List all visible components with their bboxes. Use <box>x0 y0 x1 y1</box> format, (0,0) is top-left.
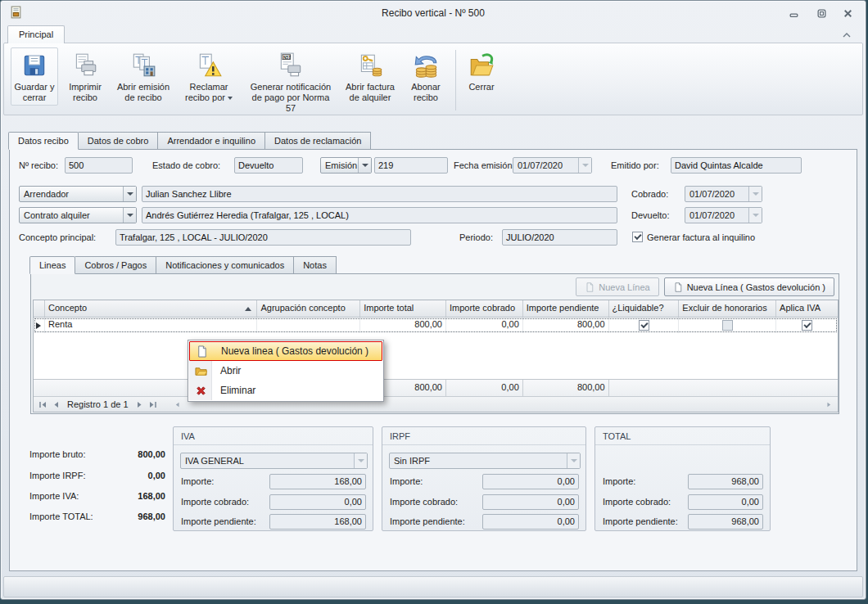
tab-notificaciones[interactable]: Notificaciones y comunicados <box>156 256 294 274</box>
rent-invoice-icon <box>356 52 384 79</box>
ribbon-collapse-chevron-up-icon[interactable] <box>841 30 852 40</box>
total-importe-field: 968,00 <box>688 474 763 489</box>
reclamar-recibo-button[interactable]: Reclamar recibo por <box>178 47 240 106</box>
grid-header-importe-cobrado[interactable]: Importe cobrado <box>446 300 523 317</box>
dropdown-arrow-icon <box>748 208 762 223</box>
abrir-emision-button[interactable]: Abrir emisión de recibo <box>112 47 174 106</box>
dropdown-arrow-icon <box>228 97 233 100</box>
tab-notas[interactable]: Notas <box>294 256 337 274</box>
maximize-icon[interactable] <box>815 7 828 20</box>
abrir-factura-alquiler-button[interactable]: Abrir factura de alquiler <box>341 47 399 106</box>
row-indicator-icon <box>34 318 45 333</box>
menu-item-eliminar[interactable]: Eliminar <box>189 381 382 400</box>
periodo-field[interactable]: JULIO/2020 <box>502 229 617 246</box>
tab-arrendador-e-inquilino[interactable]: Arrendador e inquilino <box>158 132 265 150</box>
arrendador-combo[interactable]: Arrendador <box>19 186 137 202</box>
menu-item-abrir[interactable]: Abrir <box>189 361 382 381</box>
button-label: Generar notificación de pago por Norma 5… <box>246 82 336 114</box>
tab-datos-recibo[interactable]: Datos recibo <box>8 132 79 150</box>
nav-previous-icon[interactable] <box>49 399 62 411</box>
print-icon <box>71 52 99 79</box>
table-row[interactable]: Renta 800,00 0,00 800,00 <box>34 318 838 333</box>
combo-value: Contrato alquiler <box>20 210 123 220</box>
new-page-icon <box>673 282 683 293</box>
arrendador-field[interactable]: Julian Sanchez Llibre <box>142 186 617 202</box>
nav-next-icon[interactable] <box>133 399 147 411</box>
date-value: 01/07/2020 <box>513 160 578 170</box>
close-icon[interactable] <box>841 7 854 20</box>
grid-header-liquidable[interactable]: ¿Liquidable? <box>609 300 680 317</box>
emitido-por-field[interactable]: David Quintas Alcalde <box>671 157 802 174</box>
scroll-right-icon[interactable] <box>822 399 835 411</box>
estado-cobro-field[interactable]: Devuelto <box>234 157 303 174</box>
generar-factura-checkbox[interactable] <box>632 232 643 242</box>
nueva-linea-gastos-button[interactable]: Nueva Línea ( Gastos devolución ) <box>664 277 834 296</box>
grid-header-excluir[interactable]: Excluir de honorarios <box>679 300 776 317</box>
tab-cobros-pagos[interactable]: Cobros / Pagos <box>75 256 156 274</box>
contrato-alquiler-combo[interactable]: Contrato alquiler <box>19 207 137 223</box>
total-importe-cobrado: 0,00 <box>446 380 523 396</box>
grid-header-importe-pendiente[interactable]: Importe pendiente <box>523 300 609 317</box>
tab-datos-de-reclamacion[interactable]: Datos de reclamación <box>265 132 371 150</box>
nav-first-icon[interactable] <box>36 399 49 411</box>
irpf-pendiente-field: 0,00 <box>482 514 579 530</box>
concepto-principal-field[interactable]: Trafalgar, 125 , LOCAL - JULIO/2020 <box>115 229 411 246</box>
emision-combo[interactable]: Emisión <box>320 157 372 174</box>
title-bar: Recibo vertical - Nº 500 <box>1 1 866 25</box>
scroll-left-icon[interactable] <box>171 399 184 411</box>
dropdown-arrow-icon[interactable] <box>123 187 136 201</box>
importe-bruto-value: 800,00 <box>88 449 165 459</box>
emitido-por-label: Emitido por: <box>611 157 659 174</box>
record-counter: Registro 1 de 1 <box>62 399 133 409</box>
iva-importe-label: Importe: <box>181 474 214 489</box>
button-label: Nueva Línea ( Gastos devolución ) <box>687 282 825 292</box>
guardar-y-cerrar-button[interactable]: Guardar y cerrar <box>11 47 58 106</box>
nav-last-icon[interactable] <box>147 399 160 411</box>
cell-importe-cobrado: 0,00 <box>446 318 523 333</box>
total-groupbox-title: TOTAL <box>595 427 770 445</box>
grid-header-importe-total[interactable]: Importe total <box>360 300 446 317</box>
grid-totals-row: 800,00 0,00 800,00 <box>34 379 838 396</box>
liquidable-checkbox[interactable] <box>639 320 649 331</box>
grid-header-concepto[interactable]: Concepto <box>45 300 257 317</box>
devuelto-label: Devuelto: <box>631 207 669 223</box>
ribbon-toolbar: Guardar y cerrar Imprimir recibo Abrir e… <box>3 43 863 115</box>
contrato-alquiler-field[interactable]: Andrés Gutiérrez Heredia (Trafalgar, 125… <box>142 207 617 223</box>
grid-header-aplica-iva[interactable]: Aplica IVA <box>776 300 838 317</box>
cerrar-button[interactable]: Cerrar <box>462 47 501 95</box>
aplica-iva-checkbox[interactable] <box>802 320 812 331</box>
minimize-icon[interactable] <box>787 7 800 20</box>
fecha-emision-field[interactable]: 01/07/2020 <box>513 157 592 174</box>
cell-liquidable <box>609 318 680 333</box>
cell-agrupacion <box>257 318 360 333</box>
dropdown-arrow-icon[interactable] <box>123 208 136 223</box>
tab-datos-de-cobro[interactable]: Datos de cobro <box>79 132 159 150</box>
button-label: Guardar y cerrar <box>13 82 56 103</box>
importe-iva-value: 168,00 <box>88 491 165 501</box>
dropdown-arrow-icon <box>567 453 580 468</box>
window-title: Recibo vertical - Nº 500 <box>1 7 866 19</box>
generar-notificacion-norma57-button[interactable]: N57 Generar notificación de pago por Nor… <box>243 47 338 116</box>
tab-lineas[interactable]: Lineas <box>29 256 75 274</box>
devuelto-field[interactable]: 01/07/2020 <box>685 207 762 223</box>
button-label: Imprimir recibo <box>64 82 106 103</box>
abonar-recibo-button[interactable]: Abonar recibo <box>402 47 450 106</box>
grid-header-agrupacion[interactable]: Agrupación concepto <box>257 300 360 317</box>
status-bar <box>3 576 863 597</box>
new-page-icon <box>190 345 214 358</box>
menu-item-nueva-linea-gastos[interactable]: Nueva linea ( Gastos devolución ) <box>189 341 382 361</box>
nueva-linea-button: Nueva Línea <box>576 277 658 296</box>
dropdown-arrow-icon[interactable] <box>358 158 371 173</box>
iva-tipo-combo: IVA GENERAL <box>180 453 368 469</box>
button-label: Abonar recibo <box>405 82 447 103</box>
main-tabstrip: Datos recibo Datos de cobro Arrendador e… <box>9 132 371 150</box>
imprimir-recibo-button[interactable]: Imprimir recibo <box>61 47 109 106</box>
total-groupbox: TOTAL Importe: 968,00 Importe cobrado: 0… <box>594 426 771 531</box>
irpf-cobrado-label: Importe cobrado: <box>390 494 458 510</box>
irpf-importe-label: Importe: <box>390 474 423 489</box>
cobrado-field[interactable]: 01/07/2020 <box>685 186 762 202</box>
ribbon-tab-principal[interactable]: Principal <box>7 25 65 43</box>
no-recibo-field[interactable]: 500 <box>65 157 133 174</box>
emision-numero-field[interactable]: 219 <box>374 157 448 174</box>
excluir-honorarios-checkbox <box>722 320 733 331</box>
